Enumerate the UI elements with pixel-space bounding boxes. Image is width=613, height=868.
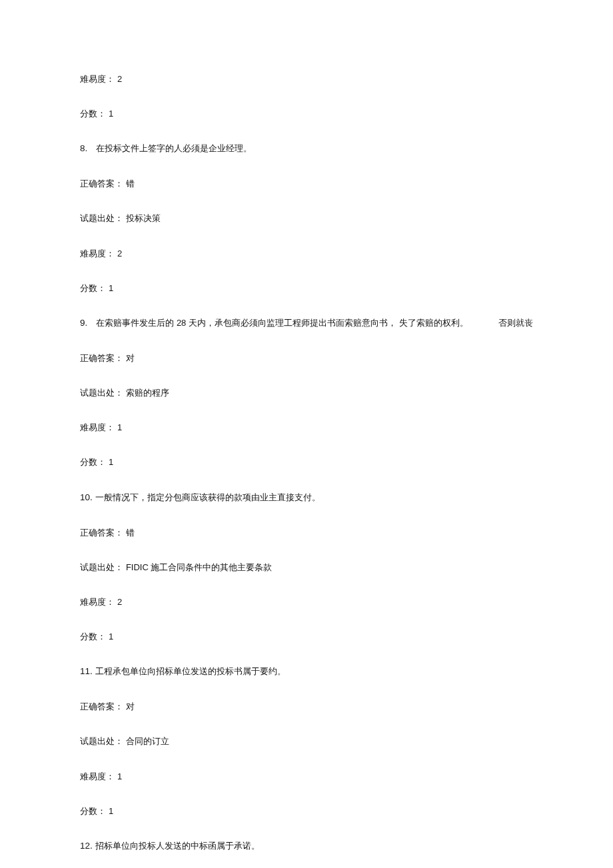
q8-difficulty: 难易度：2 — [80, 248, 533, 260]
difficulty-label: 难易度： — [80, 597, 115, 607]
source-label: 试题出处： — [80, 736, 123, 746]
question-text-right: 否则就丧 — [478, 317, 533, 329]
difficulty-value: 1 — [117, 422, 122, 432]
q10-difficulty: 难易度：2 — [80, 596, 533, 608]
q11-question: 11.工程承包单位向招标单位发送的投标书属于要约。 — [80, 665, 533, 678]
difficulty-value: 2 — [117, 597, 122, 607]
score-value: 1 — [109, 283, 113, 293]
q10-answer: 正确答案：错 — [80, 527, 533, 539]
score-label: 分数： — [80, 109, 106, 119]
q8-score: 分数：1 — [80, 282, 533, 294]
q11-source: 试题出处：合同的订立 — [80, 735, 533, 747]
difficulty-label: 难易度： — [80, 771, 115, 781]
answer-value: 对 — [126, 353, 135, 363]
score-value: 1 — [109, 632, 113, 642]
question-text: 在投标文件上签字的人必须是企业经理。 — [96, 143, 252, 153]
difficulty-label: 难易度： — [80, 74, 115, 84]
difficulty-value: 1 — [117, 771, 122, 781]
q7-difficulty: 难易度：2 — [80, 73, 533, 85]
question-text: 工程承包单位向招标单位发送的投标书属于要约。 — [95, 666, 286, 676]
q9-source: 试题出处：索赔的程序 — [80, 387, 533, 399]
difficulty-value: 2 — [117, 74, 122, 84]
q12-question: 12.招标单位向投标人发送的中标函属于承诺。 — [80, 840, 533, 853]
question-text-c: 天内，承包商必须向监理工程师提出书面索赔意向书， — [189, 318, 396, 328]
q9-score: 分数：1 — [80, 456, 533, 468]
question-number: 9. — [80, 318, 87, 328]
q9-answer: 正确答案：对 — [80, 352, 533, 364]
source-value: 索赔的程序 — [126, 388, 169, 398]
answer-value: 错 — [126, 528, 135, 538]
score-value: 1 — [109, 806, 113, 816]
q11-score: 分数：1 — [80, 805, 533, 817]
q9-difficulty: 难易度：1 — [80, 422, 533, 434]
q8-source: 试题出处：投标决策 — [80, 213, 533, 224]
source-label: 试题出处： — [80, 562, 123, 572]
question-left: 9.在索赔事件发生后的 28 天内，承包商必须向监理工程师提出书面索赔意向书，失… — [80, 317, 468, 330]
score-label: 分数： — [80, 283, 106, 293]
difficulty-value: 2 — [117, 248, 122, 258]
question-text-a: 在索赔事件发生后的 — [96, 318, 174, 328]
difficulty-label: 难易度： — [80, 422, 115, 432]
score-value: 1 — [109, 109, 113, 119]
source-value-b: 施工合同条件中的其他主要条款 — [151, 562, 272, 572]
q8-answer: 正确答案：错 — [80, 178, 533, 190]
source-value-a: FIDIC — [126, 562, 149, 572]
source-value: 合同的订立 — [126, 736, 169, 746]
question-number: 10. — [80, 492, 93, 502]
q9-question: 9.在索赔事件发生后的 28 天内，承包商必须向监理工程师提出书面索赔意向书，失… — [80, 317, 533, 330]
answer-label: 正确答案： — [80, 528, 123, 538]
difficulty-label: 难易度： — [80, 248, 115, 258]
source-value: 投标决策 — [126, 213, 161, 223]
question-text-num: 28 — [177, 318, 186, 328]
answer-label: 正确答案： — [80, 701, 123, 711]
question-text-d: 失了索赔的权利。 — [399, 318, 468, 328]
question-number: 8. — [80, 143, 87, 153]
q10-question: 10.一般情况下，指定分包商应该获得的款项由业主直接支付。 — [80, 492, 533, 504]
score-label: 分数： — [80, 806, 106, 816]
question-number: 11. — [80, 666, 93, 676]
question-number: 12. — [80, 841, 93, 851]
score-value: 1 — [109, 457, 113, 467]
q11-difficulty: 难易度：1 — [80, 771, 533, 783]
score-label: 分数： — [80, 457, 106, 467]
question-text: 招标单位向投标人发送的中标函属于承诺。 — [95, 841, 260, 851]
q11-answer: 正确答案：对 — [80, 701, 533, 713]
question-text: 一般情况下，指定分包商应该获得的款项由业主直接支付。 — [95, 492, 320, 502]
q10-score: 分数：1 — [80, 631, 533, 643]
answer-value: 对 — [126, 701, 135, 711]
document-page: 难易度：2 分数：1 8.在投标文件上签字的人必须是企业经理。 正确答案：错 试… — [0, 0, 613, 868]
q7-score: 分数：1 — [80, 108, 533, 120]
answer-value: 错 — [126, 179, 135, 189]
q8-question: 8.在投标文件上签字的人必须是企业经理。 — [80, 143, 533, 155]
source-label: 试题出处： — [80, 213, 123, 223]
answer-label: 正确答案： — [80, 179, 123, 189]
source-label: 试题出处： — [80, 388, 123, 398]
q10-source: 试题出处：FIDIC 施工合同条件中的其他主要条款 — [80, 562, 533, 574]
answer-label: 正确答案： — [80, 353, 123, 363]
score-label: 分数： — [80, 632, 106, 642]
